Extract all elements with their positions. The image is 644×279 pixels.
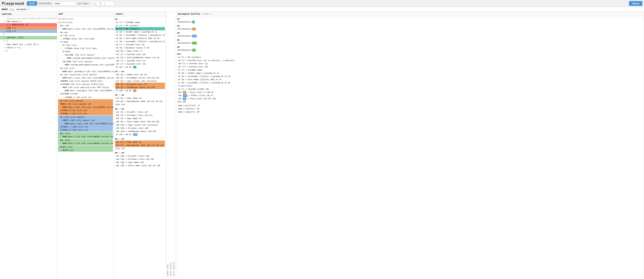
decompose-ns: 26046 ns xyxy=(203,13,212,15)
ast-line: . IF l(8) tc(1) xyxy=(58,34,113,37)
decompose-content: b1:BlockInvalid 8b2:BlockInvalid +9b4:Bl… xyxy=(176,16,644,114)
ssa-line: v29 (10) = SliceLen <int> v28 xyxy=(115,127,165,130)
ssa-line: v33 (10) = SlicePtr <*int> v28 xyxy=(115,154,165,158)
decompose-line: v7 (8) = LocalAddr <*[5]int> {.autotmp_4… xyxy=(177,81,643,84)
ast-section-header: buildssa-body xyxy=(58,21,113,24)
vert-panel-item[interactable]: number lines xyxy=(166,11,169,277)
ssa-line: v26 (8) = Store <mem> {int} v24 v18 v25 xyxy=(115,120,165,123)
block-label: b6: ← b4 xyxy=(115,151,165,154)
decompose-line: v2 (?) = SP <uintptr> xyxy=(177,56,643,59)
ast-title: AST xyxy=(57,11,114,16)
decompose-line: BlockInvalid +9 xyxy=(177,27,643,30)
ast-line: . . . CALLFUNC l(8) tc(1) hascall xyxy=(58,53,113,56)
ast-line: . . NAME-main.s g(1) l(8) x(0) class(PAU… xyxy=(58,27,113,30)
decompose-line: v5 (8) = LocalAddr <*[5]int> {.autotmp_4… xyxy=(177,75,643,78)
decompose-line: v9 (?) = Const64 <int64> [0] xyxy=(177,87,643,91)
main-layout: sources /app/public/buildbox/1fca8a44-32… xyxy=(0,11,644,277)
about-button[interactable]: About xyxy=(629,1,642,6)
topbar: Playground Build GOSSAFUNC= −gcflags= Ab… xyxy=(0,0,644,7)
darkmode-checkbox[interactable] xyxy=(27,8,29,10)
ssa-line: v8 (?) = Const64 <int> [5] xyxy=(115,43,165,46)
ast-line: . . INDEX l(10) tc(1) hascall int xyxy=(58,119,113,122)
ssa-line: v21 (9) = Copy <mem> v6 xyxy=(115,141,165,144)
decompose-block-label: b2: xyxy=(177,24,643,27)
ssa-line: v23 (9) = SlicePtr <*int> v17 xyxy=(115,110,165,114)
block-label: b1: xyxy=(115,17,165,21)
ssa-line: v25 (9) = Copy <mem> v6 xyxy=(115,117,165,120)
ast-line: . LITERAL-1 l(9) tc(1) int xyxy=(58,112,113,115)
filepath-line: /app/public/buildbox/1fca8a44-324e-11ec-… xyxy=(0,17,57,20)
ast-section-header: buildssa-enter xyxy=(58,17,113,21)
ssa-line: v9 (8) = NilCheck <void> v7 v6 xyxy=(115,46,165,49)
source-line: 8 s := make([]int, 5) xyxy=(0,23,57,26)
decompose-line: v26 +9 = Store {int} v7 v18 v6 xyxy=(177,91,643,94)
ssa-line: v20 (9) = IsInBounds <bool> v11 v19 xyxy=(115,86,165,89)
decompose-block: b1:BlockInvalid 8 xyxy=(177,17,643,24)
ast-line: . LITERAL-9 l(10) tc(1) int xyxy=(58,128,113,132)
decompose-line: Ret v36 xyxy=(177,100,643,103)
ssa-exit-line: If v30 → b6 b7 (10) xyxy=(115,133,165,136)
decompose-line: BlockInvalid +12 xyxy=(177,41,643,45)
ssa-line: v11 (?) = Const64 <int> [0] xyxy=(115,53,165,56)
ssa-line: v15 (8) = Sub64 <int> v8 v11 xyxy=(115,73,165,76)
decompose-name-line: name s.ptr[*int]: v7 xyxy=(177,104,643,107)
ssa-line: v24 (9) = PtrIndex <*int> v23 v11 xyxy=(115,114,165,117)
decompose-block: b2:BlockInvalid +9 xyxy=(177,24,643,31)
subbar: main help darkmode xyxy=(0,7,644,11)
decompose-line: v1 (?) = InitMem <mem> xyxy=(177,68,643,72)
vert-panel-item[interactable]: early copyelim xyxy=(172,11,175,277)
source-line: 10 s[1] = 9 xyxy=(0,30,57,33)
block-label: b5: ← b2 xyxy=(115,137,165,141)
block-label: b2: ← b1 xyxy=(115,69,165,73)
ast-line: . AS-init xyxy=(58,31,113,34)
start-panel: start b1: v1 (?) = InitMem <mem> v2 (?) … xyxy=(114,11,166,277)
main-label: main xyxy=(2,8,8,11)
decompose-line: v18 (?) = Const64 <int> [1] xyxy=(177,62,643,65)
source-line: 13} xyxy=(0,39,57,43)
build-button[interactable]: Build xyxy=(27,1,37,5)
ast-line: . . NAME-main..autotmp_4 l(8) x(0) class… xyxy=(58,70,113,73)
gcflags-input[interactable] xyxy=(90,1,114,5)
ast-line: . . . LITERAL-false l(8) tc(1) bool xyxy=(58,47,113,50)
ssa-line: v13 (8) = Copy <mem> v6 xyxy=(115,97,165,100)
source-line: 11 xyxy=(0,33,57,36)
ast-line: . . IF-body xyxy=(58,50,113,53)
ast-line: . CONVNOP l(8) tc(1) hascall SLICE-[]int xyxy=(58,79,113,83)
decompose-line: BlockInvalid 8 xyxy=(177,20,643,23)
source-line: 3func sum(x int, y int) int { xyxy=(0,43,57,46)
decompose-block: b4:BlockInvalid +10 xyxy=(177,31,643,38)
source-code: /app/public/buildbox/1fca8a44-324e-11ec-… xyxy=(0,16,57,53)
ssa-line: v28 (10) = Copy <[]int> v17 (s[[]int]) xyxy=(115,123,165,127)
ast-line: . IF-body xyxy=(58,40,113,44)
vert-panel-item[interactable]: early phielim xyxy=(169,11,172,277)
source-line: 7func main() { xyxy=(0,20,57,23)
ast-line: . AS l(8) tc(1) xyxy=(58,67,113,70)
source-line: 4 return x + y xyxy=(0,46,57,49)
ssa-line: v34 (10) = PtrIndex <*int> v33 v18 xyxy=(115,158,165,161)
decompose-line: v6 (8) = Zero <mem> {[5]int} [40] v5 v4 xyxy=(177,78,643,81)
ssa-line: v30 (10) = IsInBounds <bool> v18 v29 xyxy=(115,130,165,133)
decompose-line: v27 (?) = Const64 <int> [9] xyxy=(177,65,643,68)
source-line: 5} xyxy=(0,49,57,52)
source-line: 12 sum(s[0], s[1]) xyxy=(0,36,57,39)
gossafunc-input[interactable] xyxy=(54,1,75,5)
middle-panels: number linesearly phielimearly copyelime… xyxy=(166,11,176,277)
decompose-block-label: b8: xyxy=(177,46,643,48)
ast-line: . INDEX l(9) tc(1) hascall int xyxy=(58,102,113,106)
ssa-line: v27 (?) = Const64 <int> [9] xyxy=(115,62,165,65)
ast-line: . SLICEARR l(8) tc(1) hascall SLICE-[]in… xyxy=(58,83,113,86)
start-content: b1: v1 (?) = InitMem <mem> v2 (?) = SP <… xyxy=(114,16,166,169)
ast-line: . . NAME-main.x l(3) x(0) class(PAUTO) e… xyxy=(58,135,113,138)
decompose-block-label: b1: xyxy=(177,17,643,20)
sources-panel: sources /app/public/buildbox/1fca8a44-32… xyxy=(0,11,57,277)
ast-line: . SLICEARR-list<N> xyxy=(58,92,113,95)
ssa-line: v3 (?) = SB <uintptr> xyxy=(115,27,165,30)
ssa-exit-line: Exit v22 xyxy=(115,147,165,150)
decompose-panel: decompose builtin 26046 ns b1:BlockInval… xyxy=(176,11,644,277)
vert-panel-item[interactable]: early deadcode xyxy=(175,11,176,277)
ssa-line: v12 (8) = IsSliceInBounds <bool> v11 v8 xyxy=(115,56,165,59)
ast-line: . . . NAME-main..autotmp_4 l(8) x(0) cla… xyxy=(58,89,113,92)
ast-line: . . BLOCK-list xyxy=(58,149,113,152)
ssa-exit-line: If v12 → b2 b3 (8) xyxy=(115,65,165,69)
help-link[interactable]: help xyxy=(10,8,14,10)
